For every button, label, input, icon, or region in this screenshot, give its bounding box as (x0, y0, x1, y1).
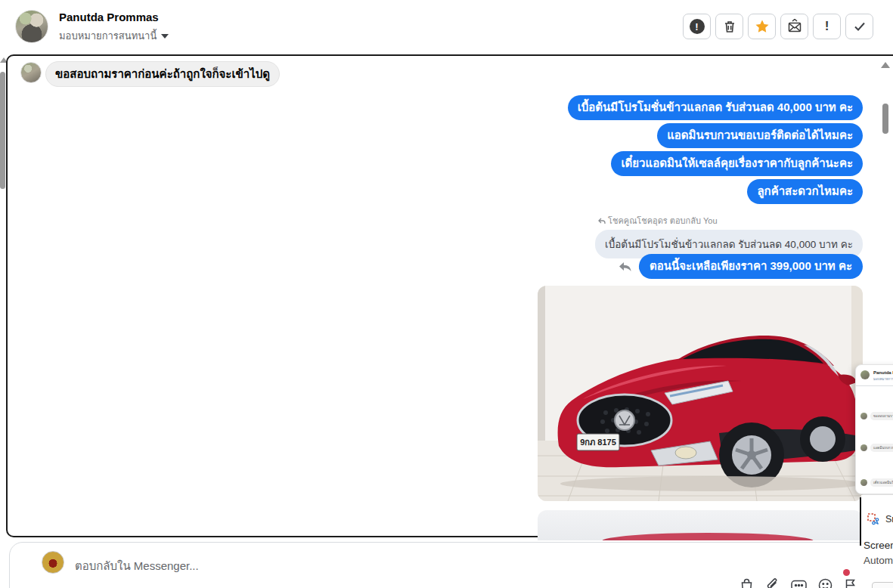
snip-app-name: Sn (885, 514, 893, 525)
preview-row-avatar (860, 479, 867, 486)
reply-icon[interactable] (619, 261, 631, 273)
important-button[interactable]: ! (813, 14, 841, 39)
composer-toolbar (739, 577, 857, 588)
chat-scrollbar-up-arrow[interactable] (881, 62, 890, 68)
car-photo-attachment[interactable]: 9กภ 8175 (538, 286, 863, 501)
preview-row-avatar (860, 413, 867, 419)
delete-button[interactable] (715, 14, 743, 39)
outgoing-message-bubble: ลูกค้าสะดวกไหมคะ (747, 179, 863, 204)
outgoing-reply-bubble: ตอนนี้จะเหลือเพียงราคา 399,000 บาท คะ (639, 254, 863, 279)
chevron-down-icon (161, 34, 169, 39)
incoming-message-avatar[interactable] (20, 62, 42, 83)
attachment-icon[interactable] (764, 577, 780, 588)
license-plate-text: 9กภ 8175 (580, 438, 616, 447)
reply-arrow-small-icon (598, 218, 606, 224)
saved-replies-icon[interactable] (790, 577, 808, 588)
assign-conversation-dropdown[interactable]: มอบหมายการสนทนานี้ (59, 28, 169, 44)
snip-toast-button[interactable] (872, 582, 893, 588)
flag-icon[interactable] (843, 577, 857, 588)
contact-avatar[interactable] (15, 10, 48, 43)
exclamation-circle-icon: ! (690, 19, 705, 34)
preview-message-row: เดี๋ยวแอดมินให้เซลล์คุย (860, 478, 893, 487)
mark-unread-button[interactable] (780, 14, 808, 39)
shopping-bag-icon[interactable] (739, 577, 755, 588)
star-button[interactable] (748, 14, 776, 39)
reply-input[interactable]: ตอบกลับใน Messenger... (75, 557, 199, 575)
incoming-message-bubble: ขอสอบถามราคาก่อนค่ะถ้าถูกใจก็จะเข้าไปดู (45, 61, 280, 87)
preview-message-row: แอดมินรบกวนขอเบอร์ (860, 444, 893, 452)
snipping-tool-toast[interactable]: Sn Screen Autom (861, 495, 893, 588)
envelope-icon (787, 19, 802, 34)
snip-toast-body: Autom (864, 555, 893, 566)
page-avatar (42, 551, 64, 574)
screenshot-preview-card[interactable]: Panutda Prom มอบหมายการสนทนานี้ ขอสอบถาม… (855, 364, 893, 494)
preview-contact-name: Panutda Prom (873, 370, 893, 375)
chat-scrollbar-thumb[interactable] (882, 104, 888, 134)
outgoing-message-bubble: เดี๋ยวแอดมินให้เซลล์คุยเรื่องราคากับลูกค… (611, 151, 863, 176)
outgoing-message-bubble: เบื้อต้นมีโปรโมชั่นข้าวแลกลด รับส่วนลด 4… (568, 95, 863, 120)
star-icon (755, 19, 770, 34)
report-button[interactable]: ! (683, 14, 711, 39)
contact-name: Panutda Prommas (59, 11, 159, 23)
reply-context-label: โชคคูณโชคอุดร ตอบกลับ You (598, 214, 717, 227)
preview-row-avatar (860, 444, 867, 451)
notification-badge-dot (843, 569, 850, 576)
exclamation-icon: ! (825, 19, 829, 34)
snip-toast-header: Sn (867, 513, 893, 525)
outgoing-message-bubble: แอดมินรบกวนขอเบอร์ติดต่อได้ไหมคะ (657, 123, 863, 148)
page-scrollbar-thumb[interactable] (0, 72, 5, 189)
preview-message-row: ขอสอบถามราคาก่อนค่ะ (860, 412, 893, 420)
trash-icon (722, 19, 737, 34)
second-photo-attachment[interactable] (538, 510, 863, 540)
emoji-icon[interactable] (817, 577, 833, 588)
assign-conversation-label: มอบหมายการสนทนานี้ (59, 28, 157, 44)
car-roof-sliver (602, 533, 814, 540)
snipping-tool-icon (867, 513, 879, 525)
check-icon (852, 19, 867, 34)
preview-avatar (860, 370, 870, 379)
conversation-header: Panutda Prommas มอบหมายการสนทนานี้ ! ! (0, 0, 893, 53)
preview-subtitle: มอบหมายการสนทนานี้ (873, 376, 893, 382)
header-action-bar: ! ! (683, 14, 873, 39)
preview-divider (856, 385, 893, 386)
snip-toast-title: Screen (864, 540, 893, 551)
mark-done-button[interactable] (845, 14, 873, 39)
